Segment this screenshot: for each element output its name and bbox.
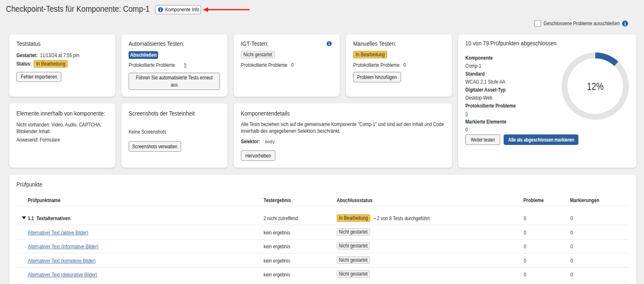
svg-text:12%: 12% [587, 81, 604, 92]
